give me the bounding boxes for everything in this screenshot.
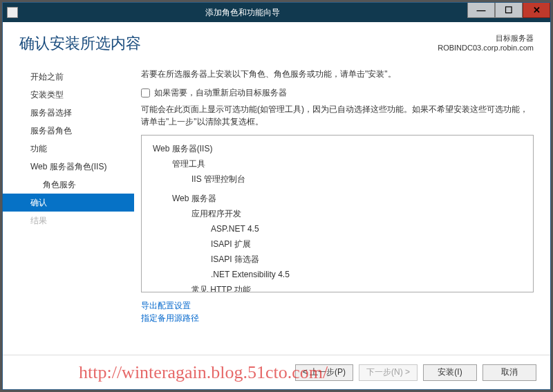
nav-confirm[interactable]: 确认	[3, 194, 134, 212]
optional-note: 可能会在此页面上显示可选功能(如管理工具)，因为已自动选择这些功能。如果不希望安…	[141, 103, 534, 128]
wizard-footer: http://winteragain.blog.51cto.com/ < 上一步…	[3, 355, 550, 389]
maximize-button[interactable]: ☐	[495, 3, 523, 18]
nav-server-roles[interactable]: 服务器角色	[3, 122, 134, 140]
tree-item: 管理工具	[153, 156, 527, 171]
wizard-body: 确认安装所选内容 目标服务器 ROBINDC03.corp.robin.com …	[3, 22, 550, 389]
tree-item: IIS 管理控制台	[153, 171, 527, 187]
nav-sidebar: 开始之前 安装类型 服务器选择 服务器角色 功能 Web 服务器角色(IIS) …	[3, 62, 134, 355]
nav-role-services[interactable]: 角色服务	[3, 176, 134, 194]
nav-server-select[interactable]: 服务器选择	[3, 104, 134, 122]
tree-item: ISAPI 扩展	[153, 236, 527, 252]
content-pane: 若要在所选服务器上安装以下角色、角色服务或功能，请单击"安装"。 如果需要，自动…	[134, 62, 550, 355]
nav-features[interactable]: 功能	[3, 140, 134, 158]
intro-text: 若要在所选服务器上安装以下角色、角色服务或功能，请单击"安装"。	[141, 68, 534, 80]
nav-results: 结果	[3, 212, 134, 230]
window-title: 添加角色和功能向导	[18, 7, 467, 19]
wizard-main: 开始之前 安装类型 服务器选择 服务器角色 功能 Web 服务器角色(IIS) …	[3, 57, 550, 355]
titlebar[interactable]: 添加角色和功能向导 — ☐ ✕	[3, 3, 550, 22]
selection-tree[interactable]: Web 服务器(IIS) 管理工具 IIS 管理控制台 Web 服务器 应用程序…	[141, 135, 534, 292]
restart-checkbox[interactable]	[141, 88, 150, 97]
page-title: 确认安装所选内容	[19, 33, 438, 54]
tree-item: 常见 HTTP 功能	[153, 282, 527, 292]
tree-item: Web 服务器(IIS)	[153, 141, 527, 156]
tree-item: 应用程序开发	[153, 206, 527, 221]
tree-item: Web 服务器	[153, 191, 527, 206]
destination-label: 目标服务器	[438, 33, 534, 44]
cancel-button[interactable]: 取消	[482, 364, 536, 381]
tree-item: ASP.NET 4.5	[153, 221, 527, 236]
wizard-window: 添加角色和功能向导 — ☐ ✕ 确认安装所选内容 目标服务器 ROBINDC03…	[2, 2, 551, 390]
bottom-links: 导出配置设置 指定备用源路径	[141, 292, 534, 324]
watermark-text: http://winteragain.blog.51cto.com/	[79, 362, 328, 383]
nav-iis-role[interactable]: Web 服务器角色(IIS)	[3, 158, 134, 176]
tree-item: .NET Extensibility 4.5	[153, 267, 527, 282]
install-button[interactable]: 安装(I)	[423, 364, 477, 381]
alt-source-link[interactable]: 指定备用源路径	[141, 312, 534, 324]
restart-checkbox-label: 如果需要，自动重新启动目标服务器	[154, 87, 287, 99]
restart-checkbox-row: 如果需要，自动重新启动目标服务器	[141, 87, 534, 99]
tree-item: ISAPI 筛选器	[153, 252, 527, 267]
app-icon	[7, 7, 18, 18]
close-button[interactable]: ✕	[523, 3, 550, 18]
nav-before-begin[interactable]: 开始之前	[3, 68, 134, 86]
destination-box: 目标服务器 ROBINDC03.corp.robin.com	[438, 33, 534, 54]
wizard-header: 确认安装所选内容 目标服务器 ROBINDC03.corp.robin.com	[3, 22, 550, 57]
nav-install-type[interactable]: 安装类型	[3, 86, 134, 104]
next-button: 下一步(N) >	[359, 364, 418, 381]
minimize-button[interactable]: —	[467, 3, 495, 18]
window-controls: — ☐ ✕	[467, 3, 550, 22]
export-config-link[interactable]: 导出配置设置	[141, 299, 534, 312]
destination-server: ROBINDC03.corp.robin.com	[438, 44, 534, 52]
